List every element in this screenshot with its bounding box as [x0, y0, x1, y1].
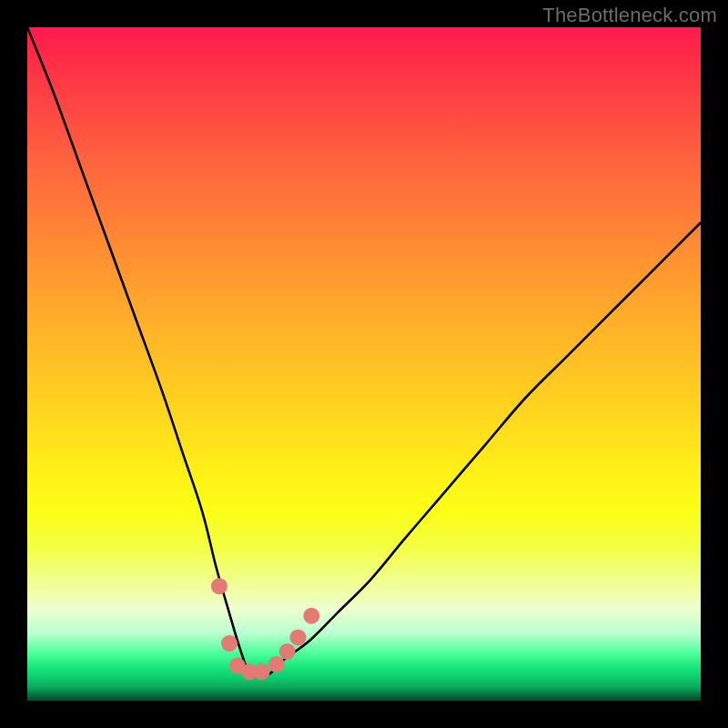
curve-marker [221, 635, 238, 652]
frame-right [701, 0, 728, 728]
curve-marker [268, 656, 285, 672]
bottleneck-curve [27, 27, 701, 676]
curve-marker [211, 578, 228, 594]
curve-marker [254, 663, 270, 680]
watermark-text: TheBottleneck.com [542, 4, 717, 27]
frame-bottom [0, 701, 728, 728]
frame-left [0, 0, 27, 728]
bottleneck-curve-svg [27, 27, 701, 701]
curve-marker [289, 629, 306, 645]
curve-marker [279, 643, 296, 660]
curve-markers [211, 578, 319, 680]
curve-marker [303, 608, 319, 624]
